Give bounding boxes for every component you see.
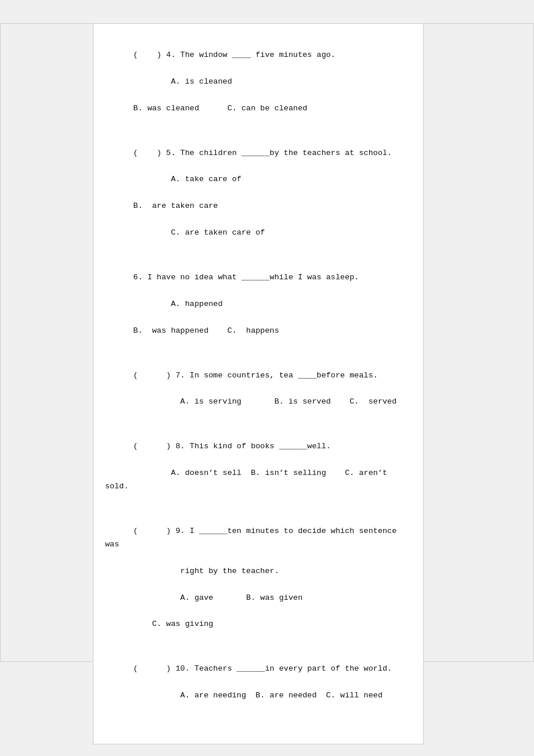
q5-option-b: B. are taken care (134, 201, 218, 210)
question-5: ( ) 5. The children ______by the teacher… (105, 134, 412, 253)
question-8: ( ) 8. This kind of books ______well. A.… (105, 427, 412, 507)
question-4: ( ) 4. The window ____ five minutes ago.… (105, 35, 412, 129)
q4-option-a: A. is cleaned (134, 77, 232, 86)
q5-option-a: A. take care of (134, 175, 241, 183)
page-container: ( ) 4. The window ____ five minutes ago.… (0, 23, 534, 756)
q5-text: ( ) 5. The children ______by the teacher… (134, 149, 392, 157)
question-7: ( ) 7. In some countries, tea ____before… (105, 356, 412, 423)
q9-text2: right by the teacher. (134, 567, 279, 575)
q4-option-bc: B. was cleaned C. can be cleaned (134, 104, 308, 113)
question-6: 6. I have no idea what ______while I was… (105, 258, 412, 351)
q10-text: ( ) 10. Teachers ______in every part of … (134, 664, 392, 673)
question-9: ( ) 9. I ______ten minutes to decide whi… (105, 512, 412, 645)
q8-text: ( ) 8. This kind of books ______well. (134, 442, 331, 451)
q5-option-c: C. are taken care of (134, 228, 265, 237)
main-content: ( ) 4. The window ____ five minutes ago.… (93, 23, 424, 744)
q6-option-a: A. happened (134, 300, 223, 308)
left-margin (0, 23, 93, 662)
right-margin (424, 23, 534, 662)
q9-option-ab: A. gave B. was given (134, 593, 303, 602)
q6-text: 6. I have no idea what ______while I was… (134, 273, 359, 282)
q6-option-bc: B. was happened C. happens (134, 326, 279, 335)
q8-option-a: A. doesn’t sell B. isn’t selling C. aren… (105, 469, 392, 491)
question-10: ( ) 10. Teachers ______in every part of … (105, 649, 412, 716)
q9-text: ( ) 9. I ______ten minutes to decide whi… (105, 527, 401, 549)
q7-text: ( ) 7. In some countries, tea ____before… (134, 371, 378, 380)
q9-option-c: C. was giving (134, 620, 214, 628)
q10-options: A. are needing B. are needed C. will nee… (134, 691, 383, 700)
q7-options: A. is serving B. is served C. served (134, 397, 397, 406)
q4-text: ( ) 4. The window ____ five minutes ago. (134, 51, 335, 59)
